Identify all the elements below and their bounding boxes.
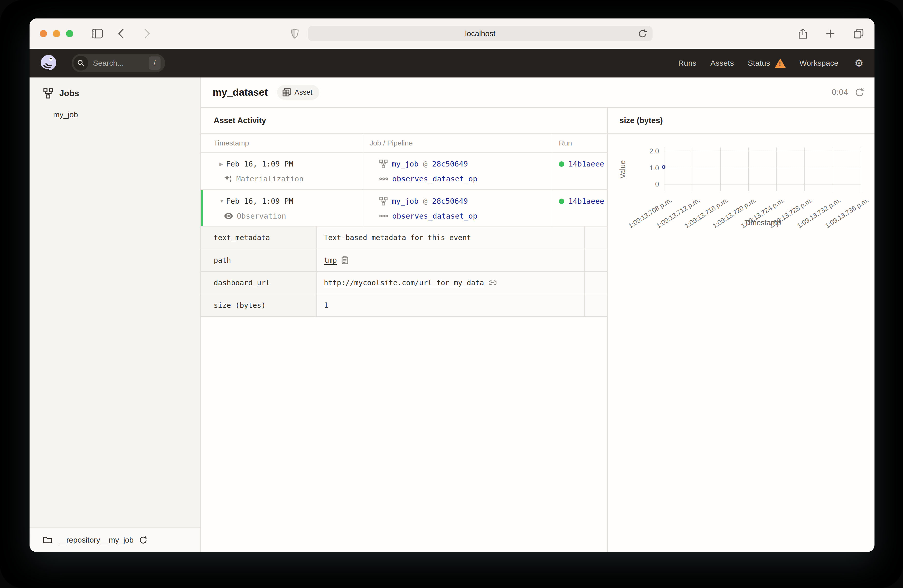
search-icon (74, 56, 88, 71)
size-bytes-chart: Value 2.0 1.0 0 (608, 134, 875, 552)
close-window-button[interactable] (40, 30, 47, 37)
job-icon (379, 160, 387, 168)
nav-runs[interactable]: Runs (678, 59, 697, 67)
run-id-link[interactable]: 14b1aeee (568, 160, 604, 168)
metadata-value: 1 (324, 301, 328, 310)
op-icon (379, 214, 388, 218)
search-placeholder: Search... (93, 59, 124, 67)
run-id-link[interactable]: 14b1aeee (568, 197, 604, 205)
metadata-row-text-metadata: text_metadata Text-based metadata for th… (201, 227, 607, 249)
metadata-key: size (bytes) (201, 294, 317, 316)
expand-caret-icon[interactable]: ▶ (219, 161, 225, 167)
path-link[interactable]: tmp (324, 256, 337, 265)
plot-area (664, 147, 861, 191)
sidebar-item-my-job[interactable]: my_job (53, 110, 200, 119)
y-axis-label: Value (618, 160, 627, 179)
asset-activity-heading: Asset Activity (214, 116, 266, 125)
size-bytes-panel: size (bytes) Value 2.0 1.0 0 (608, 108, 875, 552)
x-axis-label: Timestamp (744, 219, 781, 227)
asset-badge-label: Asset (294, 88, 313, 96)
asset-activity-panel: Asset Activity Timestamp Job / Pipeline … (201, 108, 608, 552)
page-title: my_dataset (212, 87, 268, 98)
collapse-caret-icon[interactable]: ▼ (219, 198, 225, 204)
global-search-input[interactable]: Search... / (72, 54, 165, 72)
asset-badge-icon (282, 88, 291, 97)
op-link[interactable]: observes_dataset_op (392, 174, 477, 183)
minimize-window-button[interactable] (53, 30, 60, 37)
run-success-dot (559, 162, 564, 167)
op-icon (379, 177, 388, 181)
job-link[interactable]: my_job @ 28c50649 (392, 197, 468, 205)
jobs-section-header: Jobs (43, 88, 200, 99)
metadata-value: Text-based metadata for this event (324, 234, 471, 242)
nav-workspace[interactable]: Workspace (799, 59, 838, 67)
tab-overview-icon[interactable] (853, 28, 864, 39)
copy-clipboard-icon[interactable] (341, 256, 348, 264)
dashboard-url-link[interactable]: http://mycoolsite.com/url_for_my_data (324, 279, 484, 287)
activity-table-header: Timestamp Job / Pipeline Run (201, 134, 607, 153)
url-bar[interactable]: localhost (308, 26, 653, 41)
metadata-key: text_metadata (201, 227, 317, 249)
back-button[interactable] (118, 28, 124, 39)
run-success-dot (559, 199, 564, 204)
y-tick: 0 (635, 180, 659, 188)
dagster-logo[interactable] (40, 54, 57, 72)
observation-eye-icon (224, 213, 233, 220)
col-header-job: Job / Pipeline (363, 134, 551, 152)
y-tick: 2.0 (635, 147, 659, 155)
event-timestamp: Feb 16, 1:09 PM (226, 197, 293, 205)
page-reload-icon[interactable] (638, 29, 647, 38)
share-icon[interactable] (798, 28, 807, 39)
settings-gear-icon[interactable]: ⚙ (854, 57, 864, 69)
page-refresh-icon[interactable] (855, 88, 864, 97)
metadata-row-dashboard-url: dashboard_url http://mycoolsite.com/url_… (201, 272, 607, 294)
repository-name: __repository__my_job (58, 536, 134, 544)
forward-button[interactable] (144, 28, 150, 39)
asset-badge[interactable]: Asset (277, 85, 319, 100)
traffic-lights (40, 30, 73, 37)
asset-title-row: my_dataset Asset 0:04 (201, 77, 875, 108)
col-header-timestamp: Timestamp (201, 134, 363, 152)
materialization-sparkle-icon (224, 174, 233, 183)
op-link[interactable]: observes_dataset_op (392, 212, 477, 220)
jobs-icon (43, 88, 53, 99)
col-header-run: Run (551, 134, 607, 152)
activity-row-materialization[interactable]: ▶ Feb 16, 1:09 PM (201, 153, 607, 190)
sidebar-toggle-icon[interactable] (92, 29, 103, 39)
browser-window: localhost (30, 19, 875, 552)
privacy-shield-icon (291, 28, 299, 39)
left-sidebar: Jobs my_job __repository__my_job (30, 77, 201, 552)
new-tab-icon[interactable] (826, 29, 835, 38)
metadata-key: path (201, 249, 317, 271)
job-icon (379, 197, 387, 205)
folder-icon (43, 536, 52, 544)
browser-chrome: localhost (30, 19, 875, 49)
job-link[interactable]: my_job @ 28c50649 (392, 160, 468, 168)
repository-reload-icon[interactable] (139, 536, 148, 544)
status-warning-icon (775, 58, 786, 68)
event-type-label: Materialization (236, 174, 304, 183)
refresh-countdown: 0:04 (832, 88, 848, 97)
y-tick: 1.0 (635, 164, 659, 172)
data-point (662, 165, 665, 169)
jobs-section-label: Jobs (59, 88, 79, 98)
activity-row-observation[interactable]: ▼ Feb 16, 1:09 PM Observ (201, 190, 607, 227)
event-type-label: Observation (237, 212, 286, 220)
nav-status[interactable]: Status (748, 58, 786, 68)
app-header: Search... / Runs Assets Status Workspace… (30, 49, 875, 77)
url-text: localhost (465, 29, 496, 38)
search-shortcut-key: / (149, 56, 160, 70)
metadata-key: dashboard_url (201, 272, 317, 294)
event-timestamp: Feb 16, 1:09 PM (226, 160, 293, 168)
zoom-window-button[interactable] (66, 30, 73, 37)
metadata-row-path: path tmp (201, 249, 607, 272)
repository-footer: __repository__my_job (30, 527, 200, 552)
chart-title: size (bytes) (620, 116, 663, 125)
external-link-icon[interactable] (489, 281, 496, 285)
metadata-row-size-bytes: size (bytes) 1 (201, 294, 607, 317)
nav-assets[interactable]: Assets (710, 59, 734, 67)
